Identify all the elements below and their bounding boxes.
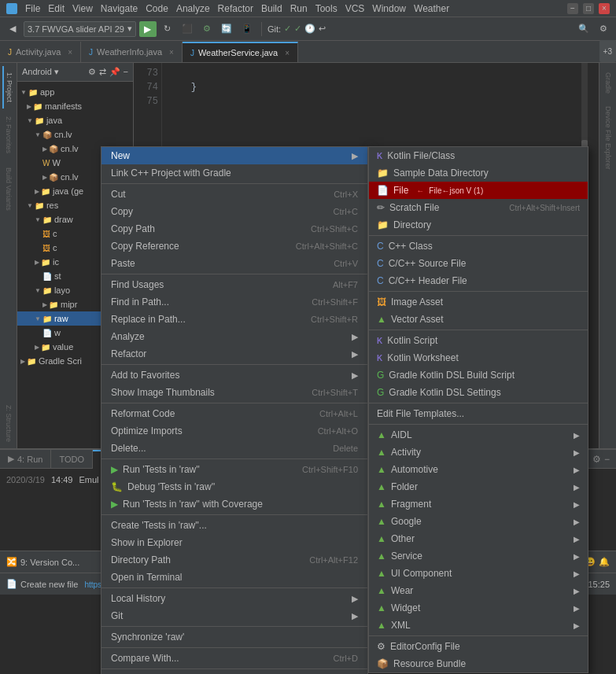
cm-item-copy-path[interactable]: Copy Path Ctrl+Shift+C [101, 220, 367, 238]
sm-item-edit-templates[interactable]: Edit File Templates... [369, 405, 588, 422]
cm-item-debug-tests[interactable]: 🐛 Debug 'Tests in 'raw'' [101, 478, 367, 495]
menu-tools[interactable]: Tools [315, 3, 338, 14]
search-everywhere-button[interactable]: 🔍 [575, 21, 592, 37]
maximize-button[interactable]: □ [583, 3, 594, 14]
tab-weatherservice-java-close[interactable]: × [285, 49, 290, 57]
cm-item-refactor[interactable]: Refactor ▶ [101, 345, 367, 363]
sm-item-google[interactable]: ▲ Google ▶ [369, 513, 588, 530]
cm-item-mark-directory[interactable]: Mark Directory as ▶ [101, 671, 367, 674]
panel-tab-todo[interactable]: TODO [51, 450, 93, 469]
tab-activity-java-close[interactable]: × [68, 48, 72, 57]
cm-item-paste[interactable]: Paste Ctrl+V [101, 255, 367, 272]
tree-item-java[interactable]: ▼📁java [17, 113, 133, 127]
panel-minimize-icon[interactable]: − [604, 454, 610, 465]
settings-button[interactable]: ⚙ [596, 21, 611, 37]
cm-item-analyze[interactable]: Analyze ▶ [101, 328, 367, 345]
sm-item-kotlin-class[interactable]: K Kotlin File/Class [369, 147, 588, 164]
cm-item-create-tests[interactable]: Create 'Tests in 'raw''... [101, 517, 367, 534]
sm-item-aidl[interactable]: ▲ AIDL ▶ [369, 426, 588, 444]
avd-button[interactable]: 📱 [238, 21, 256, 37]
cm-item-synchronize[interactable]: Synchronize 'raw' [101, 628, 367, 646]
menu-weather[interactable]: Weather [414, 3, 449, 14]
sm-item-activity[interactable]: ▲ Activity ▶ [369, 444, 588, 461]
sidebar-item-structure[interactable]: Z: Structure [3, 399, 14, 448]
menu-build[interactable]: Build [261, 3, 282, 14]
close-button[interactable]: × [599, 3, 610, 14]
sm-item-gradle-settings[interactable]: G Gradle Kotlin DSL Settings [369, 384, 588, 401]
project-sync-icon[interactable]: ⇄ [99, 67, 106, 77]
menu-analyze[interactable]: Analyze [176, 3, 210, 14]
menu-vcs[interactable]: VCS [345, 3, 365, 14]
sm-item-fragment[interactable]: ▲ Fragment ▶ [369, 495, 588, 513]
cm-item-find-usages[interactable]: Find Usages Alt+F7 [101, 276, 367, 293]
panel-settings-icon[interactable]: ⚙ [592, 454, 601, 465]
sm-item-ui-component[interactable]: ▲ UI Component ▶ [369, 565, 588, 582]
cm-item-new[interactable]: New ▶ [101, 147, 367, 164]
menu-file[interactable]: File [25, 3, 40, 14]
cm-item-copy-reference[interactable]: Copy Reference Ctrl+Alt+Shift+C [101, 238, 367, 255]
cm-item-optimize-imports[interactable]: Optimize Imports Ctrl+Alt+O [101, 422, 367, 440]
sidebar-item-build-variants[interactable]: Build Variants [3, 161, 14, 217]
sm-item-editorconfig[interactable]: ⚙ EditorConfig File [369, 638, 588, 655]
create-new-file-button[interactable]: 📄 Create new file [6, 579, 78, 589]
tree-item-app[interactable]: ▼📁app [17, 85, 133, 99]
refresh-button[interactable]: ↻ [160, 21, 175, 37]
menu-window[interactable]: Window [372, 3, 406, 14]
project-settings-icon[interactable]: ⚙ [88, 67, 96, 77]
version-control-status[interactable]: 🔀 9: Version Co... [6, 557, 79, 567]
sm-item-scratch[interactable]: ✏ Scratch File Ctrl+Alt+Shift+Insert [369, 199, 588, 216]
project-pin-icon[interactable]: 📌 [109, 67, 120, 77]
tab-weatherinfo-java[interactable]: J WeatherInfo.java × [81, 42, 183, 62]
cm-item-find-in-path[interactable]: Find in Path... Ctrl+Shift+F [101, 293, 367, 311]
cm-item-run-tests[interactable]: ▶ Run 'Tests in 'raw'' Ctrl+Shift+F10 [101, 461, 367, 478]
cm-item-run-with-coverage[interactable]: ▶ Run 'Tests in 'raw'' with Coverage [101, 495, 367, 513]
sm-item-kotlin-worksheet[interactable]: K Kotlin Worksheet [369, 349, 588, 366]
cm-item-compare-with[interactable]: Compare With... Ctrl+D [101, 650, 367, 667]
menu-run[interactable]: Run [290, 3, 308, 14]
sm-item-image-asset[interactable]: 🖼 Image Asset [369, 293, 588, 311]
sm-item-gradle-build[interactable]: G Gradle Kotlin DSL Build Script [369, 366, 588, 384]
cm-item-replace-in-path[interactable]: Replace in Path... Ctrl+Shift+R [101, 311, 367, 328]
menu-code[interactable]: Code [146, 3, 168, 14]
sm-item-cpp-source[interactable]: C C/C++ Source File [369, 255, 588, 272]
sm-item-kotlin-script[interactable]: K Kotlin Script [369, 332, 588, 349]
panel-tab-run[interactable]: ▶ 4: Run [0, 450, 51, 469]
cm-item-link-cpp[interactable]: Link C++ Project with Gradle [101, 164, 367, 182]
sm-item-sample-data[interactable]: 📁 Sample Data Directory [369, 164, 588, 182]
sm-item-file[interactable]: 📄 File ← File←json V (1) [369, 182, 588, 199]
cm-item-show-explorer[interactable]: Show in Explorer [101, 534, 367, 551]
sm-item-resource-bundle[interactable]: 📦 Resource Bundle [369, 655, 588, 672]
sm-item-directory[interactable]: 📁 Directory [369, 216, 588, 234]
sdk-selector[interactable]: 3.7 FWVGA slider API 29 ▾ [24, 21, 136, 37]
cm-item-directory-path[interactable]: Directory Path Ctrl+Alt+F12 [101, 551, 367, 569]
tab-activity-java[interactable]: J Activity.java × [0, 42, 81, 62]
tab-weatherinfo-java-close[interactable]: × [169, 48, 174, 57]
sm-item-service[interactable]: ▲ Service ▶ [369, 547, 588, 565]
sm-item-widget[interactable]: ▲ Widget ▶ [369, 599, 588, 617]
sm-item-folder[interactable]: ▲ Folder ▶ [369, 478, 588, 495]
cm-item-git[interactable]: Git ▶ [101, 607, 367, 624]
gradle-sync-button[interactable]: 🔄 [218, 21, 235, 37]
back-button[interactable]: ◀ [5, 21, 20, 37]
sm-item-cpp-class[interactable]: C C++ Class [369, 238, 588, 255]
tree-item-manifests[interactable]: ▶📁manifests [17, 99, 133, 113]
sidebar-item-project[interactable]: 1: Project [2, 66, 15, 109]
sm-item-xml[interactable]: ▲ XML ▶ [369, 617, 588, 634]
cm-item-add-favorites[interactable]: Add to Favorites ▶ [101, 366, 367, 384]
sidebar-item-gradle[interactable]: Gradle [603, 66, 614, 100]
sync-button[interactable]: ⚙ [199, 21, 215, 37]
cm-item-local-history[interactable]: Local History ▶ [101, 590, 367, 607]
sm-item-cpp-header[interactable]: C C/C++ Header File [369, 272, 588, 289]
cm-item-open-terminal[interactable]: Open in Terminal [101, 569, 367, 586]
project-minus-icon[interactable]: − [124, 67, 128, 77]
cm-item-delete[interactable]: Delete... Delete [101, 440, 367, 457]
menu-edit[interactable]: Edit [48, 3, 65, 14]
tab-overflow-count[interactable]: +3 [599, 40, 616, 62]
menu-navigate[interactable]: Navigate [101, 3, 138, 14]
sm-item-automotive[interactable]: ▲ Automotive ▶ [369, 461, 588, 478]
cm-item-cut[interactable]: Cut Ctrl+X [101, 186, 367, 203]
cm-item-show-thumbnails[interactable]: Show Image Thumbnails Ctrl+Shift+T [101, 384, 367, 401]
sm-item-vector-asset[interactable]: ▲ Vector Asset [369, 311, 588, 328]
cm-item-copy[interactable]: Copy Ctrl+C [101, 203, 367, 220]
sidebar-item-device-explorer[interactable]: Device File Explorer [603, 100, 614, 176]
